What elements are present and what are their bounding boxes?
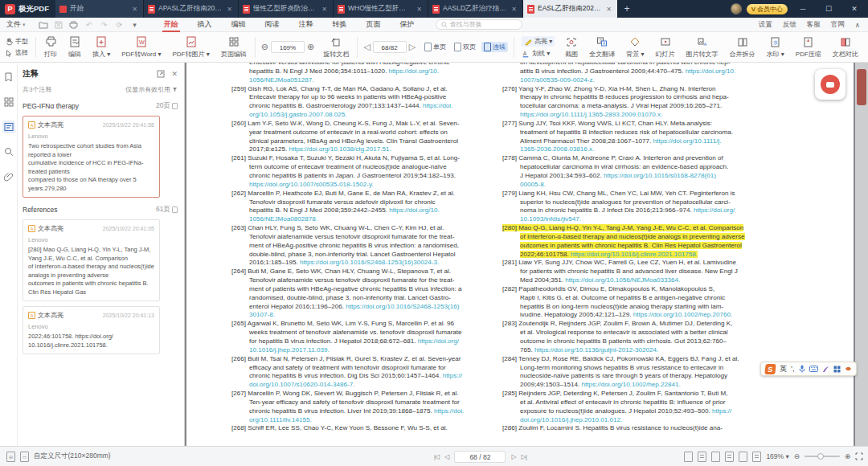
doi-link[interactable]: https://doi.org/10.1002/hep.22841.: [582, 381, 681, 388]
annotation-card[interactable]: A 文本高亮 2025/10/22 20:41:05 Lenovo [280] …: [23, 219, 160, 301]
select-tool-button[interactable]: 选择: [5, 48, 28, 57]
member-center-button[interactable]: V 会员中心: [747, 4, 788, 14]
ime-language-toggle[interactable]: 英: [780, 364, 787, 374]
view-continuous-button[interactable]: 连续: [481, 42, 508, 52]
file-menu[interactable]: 文件▾: [0, 19, 32, 30]
ime-logo-icon[interactable]: S: [764, 364, 776, 374]
insert-button[interactable]: 插入 ▾: [87, 36, 116, 59]
pdf-to-word-button[interactable]: WPDF转Word ▾: [116, 36, 166, 59]
zoom-slider[interactable]: [805, 456, 840, 457]
close-panel-icon[interactable]: ✕: [171, 70, 178, 78]
menubar-link[interactable]: 反馈: [783, 20, 796, 30]
view-single-page-button[interactable]: 单页: [422, 42, 448, 52]
doi-link[interactable]: 00005-8.: [520, 181, 546, 188]
background-button[interactable]: 背景 ▾: [620, 36, 649, 59]
doi-link[interactable]: https://doi.org/10.1007/s00535-018-1502-…: [249, 181, 374, 188]
tab-close-icon[interactable]: ✕: [320, 6, 329, 13]
doi-link[interactable]: 10.1093/infdis/jiv547.: [520, 215, 581, 223]
doi-link[interactable]: https://doi.org/10.1016/s0168-8278(01): [604, 172, 716, 179]
next-page-button[interactable]: ▷: [511, 453, 515, 460]
doi-link[interactable]: 1365-2036.2008.03816.x.: [520, 145, 594, 153]
close-button[interactable]: ✕: [844, 0, 865, 18]
pdf-to-image-button[interactable]: PDF转图片 ▾: [166, 36, 215, 59]
menu-tab-3[interactable]: 阅读: [256, 18, 289, 32]
doi-link[interactable]: 1056/NEJMoa051287.: [249, 76, 314, 84]
new-tab-button[interactable]: +: [618, 0, 636, 18]
bookmark-icon[interactable]: [2, 71, 15, 84]
annotation-card[interactable]: A 文本高亮 2025/10/22 20:41:13 Lenovo 2022;4…: [23, 306, 160, 354]
view-double-icon[interactable]: [739, 452, 747, 462]
export-annotations-icon[interactable]: [157, 70, 165, 78]
page-edit-button[interactable]: 页面编辑: [215, 36, 252, 59]
doi-link[interactable]: https://doi.org/10.1056/NEJMoa033364.: [565, 276, 680, 284]
doi-link[interactable]: https://doi.org/10.1111/j.1365-2893.2009…: [520, 111, 662, 118]
hand-tool-button[interactable]: 手型: [5, 37, 28, 46]
doi-link[interactable]: https://: [712, 407, 731, 415]
attachment-icon[interactable]: [2, 170, 15, 183]
menu-tab-4[interactable]: 注释: [289, 18, 323, 32]
doi-link[interactable]: https://doi.org/10.1111/j.: [653, 137, 721, 145]
doi-link[interactable]: org/10.1053/j.gastro.2007.08.025.: [249, 111, 347, 118]
doi-link[interactable]: https://doi.org/10.1016/S2468-1253(16): [346, 303, 459, 310]
previous-page-button[interactable]: ◁: [444, 453, 448, 460]
zoom-in-icon[interactable]: ⊕: [845, 452, 850, 460]
doi-link[interactable]: https://doi.org/10.: [389, 206, 440, 214]
doi-link[interactable]: 1056/NEJMoa0802878.: [249, 215, 317, 223]
watermark-button[interactable]: 水水印 ▾: [761, 36, 790, 59]
image-to-text-button[interactable]: A图片转文字: [681, 36, 724, 59]
zoom-slider-knob[interactable]: [817, 453, 824, 460]
doi-link[interactable]: https://doi.org/: [418, 337, 459, 345]
zoom-in-icon[interactable]: ⊕: [307, 42, 314, 52]
document-tab[interactable]: 开始✕: [55, 0, 144, 18]
first-page-button[interactable]: |◁: [434, 453, 439, 460]
doi-link[interactable]: https://doi.org/10.1002/hep.20760.: [633, 311, 732, 318]
refresh-icon[interactable]: ⟳: [115, 20, 125, 30]
zoom-out-icon[interactable]: ⊖: [794, 452, 800, 460]
page-layout-icon[interactable]: ▭: [20, 452, 29, 462]
tab-close-icon[interactable]: ✕: [225, 6, 234, 13]
doi-link[interactable]: doi.org/10.1007/s10620-014-3486-7.: [249, 381, 354, 388]
search-icon[interactable]: [2, 145, 15, 158]
view-double-page-button[interactable]: 双页: [452, 42, 478, 52]
next-page-icon[interactable]: ▷: [409, 42, 416, 52]
doi-link[interactable]: https://doi.org/10.: [686, 67, 736, 75]
redo-icon[interactable]: ↷: [100, 20, 109, 30]
ime-punctuation-toggle[interactable]: ’,: [791, 365, 795, 373]
doi-link[interactable]: https://doi.org/: [694, 206, 735, 214]
underline-tool-button[interactable]: A划线 ▾: [522, 49, 555, 58]
doi-link[interactable]: 30107-8.: [249, 311, 275, 318]
document-tab[interactable]: EASL乙肝指南2025(2).pdf✕: [523, 0, 618, 18]
doi-link[interactable]: org/10.1111/liv.14155.: [249, 416, 312, 423]
doi-link[interactable]: doi.org/10.1016/j.jhep.2010.01.012.: [520, 416, 622, 423]
keyboard-icon[interactable]: [809, 366, 818, 372]
previous-page-icon[interactable]: ◁: [363, 42, 370, 52]
zoom-out-icon[interactable]: ⊖: [261, 42, 268, 52]
view-fit-page-icon[interactable]: [711, 452, 720, 462]
menu-tab-7[interactable]: 保护: [391, 18, 424, 32]
zoom-level-input[interactable]: 169%: [271, 41, 305, 53]
avatar[interactable]: [731, 3, 742, 14]
menu-tab-6[interactable]: 页面: [357, 18, 391, 32]
page-display-input[interactable]: 68 / 82: [454, 451, 506, 463]
doi-link[interactable]: https://doi.org/10.1016/S2468-1253(16)30…: [300, 259, 439, 266]
tab-close-icon[interactable]: ✕: [604, 6, 613, 13]
fullscreen-icon[interactable]: [855, 452, 863, 460]
thumbnails-icon[interactable]: [2, 96, 15, 108]
translate-button[interactable]: 文A全文翻译: [583, 36, 620, 59]
page-size-icon[interactable]: ⊞: [6, 452, 15, 462]
doi-link[interactable]: 10.1016/j.jhep.2017.11.039.: [249, 346, 330, 354]
menubar-link[interactable]: 官网: [831, 20, 845, 30]
toolbox-icon[interactable]: [833, 366, 841, 373]
undo-icon[interactable]: ↶: [84, 20, 94, 30]
annotation-group-header[interactable]: References 61页: [18, 202, 184, 217]
tab-close-icon[interactable]: ✕: [130, 6, 139, 13]
doc-compare-button[interactable]: 文档对比: [827, 36, 864, 59]
document-tab[interactable]: APASL乙肝指南2015.pdf✕: [144, 0, 239, 18]
menubar-link[interactable]: 设置: [759, 20, 772, 30]
doi-link[interactable]: https://doi.org/10.1136/gutjnl-2012-3020…: [534, 346, 658, 354]
more-commands-icon[interactable]: ▾: [130, 20, 140, 30]
menu-tab-5[interactable]: 转换: [323, 18, 357, 32]
menu-tab-1[interactable]: 插入: [188, 18, 222, 32]
rotate-document-button[interactable]: 旋转文档: [317, 36, 354, 59]
document-tab[interactable]: 慢性乙型肝炎防治指南（20...✕: [239, 0, 334, 18]
